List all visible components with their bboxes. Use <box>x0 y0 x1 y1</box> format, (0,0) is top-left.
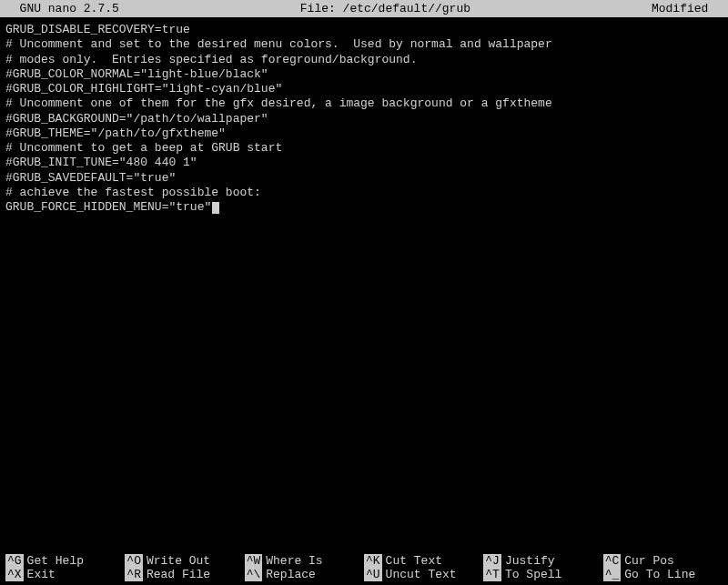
editor-line[interactable]: #GRUB_INIT_TUNE="480 440 1" <box>5 156 723 170</box>
help-key: ^G <box>5 554 24 568</box>
help-label: Cur Pos <box>624 554 674 568</box>
help-key: ^O <box>125 554 143 568</box>
help-label: Write Out <box>147 554 210 568</box>
editor-line[interactable]: # modes only. Entries specified as foreg… <box>5 53 723 67</box>
help-item: ^WWhere Is <box>245 554 362 568</box>
editor-line[interactable]: #GRUB_THEME="/path/to/gfxtheme" <box>5 126 723 141</box>
file-path: File: /etc/default//grub <box>300 2 470 15</box>
help-item: ^OWrite Out <box>125 554 242 568</box>
help-label: Go To Line <box>624 568 695 581</box>
help-key: ^U <box>364 568 382 581</box>
help-label: Uncut Text <box>386 568 457 581</box>
help-label: Where Is <box>266 554 322 568</box>
help-item: ^UUncut Text <box>364 568 481 581</box>
help-item: ^\Replace <box>245 568 362 581</box>
help-item: ^RRead File <box>125 568 242 581</box>
help-item: ^_Go To Line <box>603 568 721 581</box>
help-item: ^XExit <box>5 568 123 581</box>
help-key: ^X <box>5 568 24 581</box>
help-key: ^J <box>483 554 501 568</box>
app-name: GNU nano 2.7.5 <box>5 2 119 15</box>
help-item: ^TTo Spell <box>483 568 601 581</box>
editor-line[interactable]: #GRUB_BACKGROUND="/path/to/wallpaper" <box>5 112 723 126</box>
help-item: ^GGet Help <box>5 554 123 568</box>
help-label: Read File <box>147 568 210 581</box>
help-key: ^W <box>245 554 263 568</box>
titlebar: GNU nano 2.7.5 File: /etc/default//grub … <box>0 0 728 17</box>
help-label: To Spell <box>505 568 561 581</box>
editor-line[interactable]: GRUB_DISABLE_RECOVERY=true <box>5 23 723 37</box>
help-row-1: ^GGet Help^OWrite Out^WWhere Is^KCut Tex… <box>5 554 723 568</box>
help-bar: ^GGet Help^OWrite Out^WWhere Is^KCut Tex… <box>0 554 728 585</box>
help-label: Exit <box>27 568 56 581</box>
text-cursor <box>212 202 219 214</box>
help-key: ^K <box>364 554 382 568</box>
help-label: Replace <box>266 568 316 581</box>
help-item: ^CCur Pos <box>603 554 721 568</box>
modified-status: Modified <box>652 2 723 15</box>
editor-line[interactable]: GRUB_FORCE_HIDDEN_MENU="true" <box>5 200 723 215</box>
editor-line[interactable]: #GRUB_COLOR_HIGHLIGHT="light-cyan/blue" <box>5 82 723 96</box>
editor-line[interactable]: # Uncomment and set to the desired menu … <box>5 37 723 52</box>
editor-line[interactable]: #GRUB_COLOR_NORMAL="light-blue/black" <box>5 67 723 82</box>
editor-line[interactable]: #GRUB_SAVEDEFAULT="true" <box>5 171 723 186</box>
editor-line[interactable]: # achieve the fastest possible boot: <box>5 186 723 200</box>
help-key: ^\ <box>245 568 263 581</box>
help-label: Get Help <box>27 554 84 568</box>
help-key: ^T <box>483 568 501 581</box>
editor-area[interactable]: GRUB_DISABLE_RECOVERY=true# Uncomment an… <box>0 17 728 554</box>
help-key: ^_ <box>603 568 622 581</box>
help-row-2: ^XExit^RRead File^\Replace^UUncut Text^T… <box>5 568 723 581</box>
help-label: Cut Text <box>386 554 442 568</box>
help-item: ^JJustify <box>483 554 601 568</box>
help-label: Justify <box>505 554 555 568</box>
help-item: ^KCut Text <box>364 554 481 568</box>
editor-line[interactable]: # Uncomment to get a beep at GRUB start <box>5 141 723 156</box>
help-key: ^C <box>603 554 622 568</box>
help-key: ^R <box>125 568 143 581</box>
editor-line[interactable]: # Uncomment one of them for the gfx desi… <box>5 96 723 111</box>
